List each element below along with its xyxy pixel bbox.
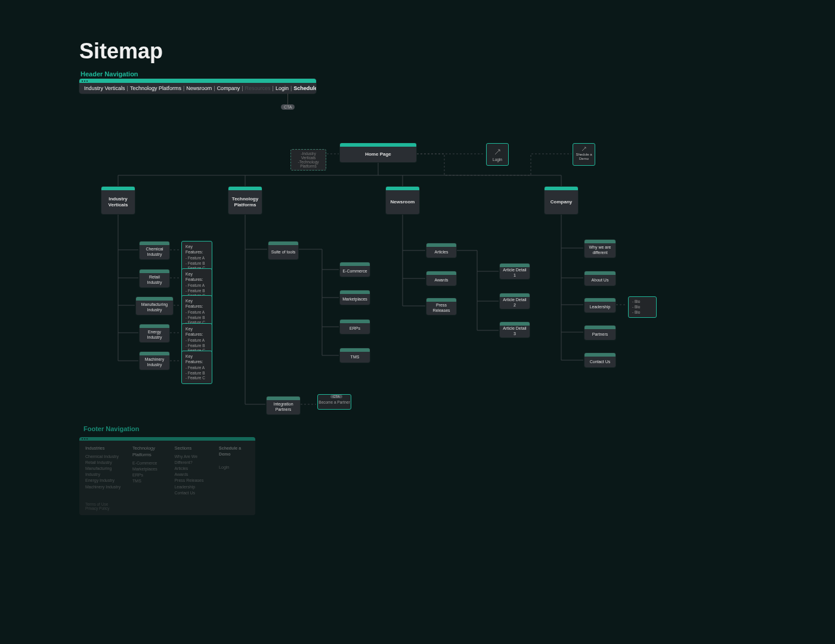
erps-node: ERPs — [340, 320, 370, 334]
manufacturing-industry-node: Manufacturing Industry — [136, 297, 173, 315]
leadership-node: Leadership — [584, 298, 616, 312]
newsroom-node: Newsroom — [386, 187, 419, 214]
integration-partners-node: Integration Partners — [267, 397, 300, 414]
article-detail-2-node: Article Detail 2 — [500, 293, 530, 309]
contact-us-node: Contact Us — [584, 353, 616, 367]
login-node: Login — [486, 143, 509, 166]
why-different-node: Why we are different — [584, 240, 616, 258]
dropdown-hint: -Industry Verticals -Technology Platform… — [290, 149, 326, 171]
tms-node: TMS — [340, 348, 370, 363]
energy-industry-node: Energy Industry — [140, 324, 169, 342]
nav-item: Industry Verticals — [84, 85, 125, 91]
article-detail-1-node: Article Detail 1 — [500, 264, 530, 279]
nav-item-muted: Resources — [245, 85, 271, 91]
articles-node: Articles — [426, 243, 456, 258]
chemical-industry-node: Chemical Industry — [140, 242, 169, 259]
nav-login: Login — [276, 85, 289, 91]
ecommerce-node: E-Commerce — [340, 262, 370, 277]
article-detail-3-node: Article Detail 3 — [500, 322, 530, 338]
nav-item: Newsroom — [186, 85, 212, 91]
pencil-icon — [581, 146, 587, 152]
technology-platforms-node: Technology Platforms — [228, 187, 262, 214]
partners-node: Partners — [584, 326, 616, 340]
marketplaces-node: Marketplaces — [340, 290, 370, 305]
cta-mini-badge: CTA — [330, 395, 342, 398]
press-releases-node: Press Releases — [426, 298, 456, 315]
footer-nav-label: Footer Navigation — [84, 425, 140, 432]
page-title: Sitemap — [79, 39, 163, 64]
schedule-demo-node: Shedule aDemo — [573, 143, 595, 166]
leadership-bios-box: - Bio- Bio- Bio — [628, 296, 657, 318]
header-navigation-preview: Industry Verticals| Technology Platforms… — [79, 79, 316, 94]
footer-navigation-preview: Industries Chemical IndustryRetail Indus… — [79, 437, 255, 515]
awards-node: Awards — [426, 271, 456, 286]
machinery-industry-node: Machinery Industry — [140, 352, 169, 370]
nav-item: Technology Platforms — [130, 85, 181, 91]
home-page-node: Home Page — [340, 143, 416, 162]
pencil-icon — [494, 148, 501, 156]
cta-badge: CTA — [281, 104, 295, 110]
header-nav-label: Header Navigation — [81, 70, 138, 78]
nav-item: Company — [217, 85, 240, 91]
suite-of-tools-node: Suite of tools — [268, 242, 298, 259]
about-us-node: About Us — [584, 271, 616, 286]
company-node: Company — [545, 187, 578, 214]
industry-verticals-node: Industry Verticals — [101, 187, 135, 214]
connector-lines — [0, 0, 835, 644]
retail-industry-node: Retail Industry — [140, 270, 169, 287]
nav-cta: Schedule a Demo — [293, 85, 316, 91]
feature-box: Key Features:- Feature A- Feature B- Fea… — [181, 351, 212, 384]
window-dots-icon — [79, 79, 316, 83]
